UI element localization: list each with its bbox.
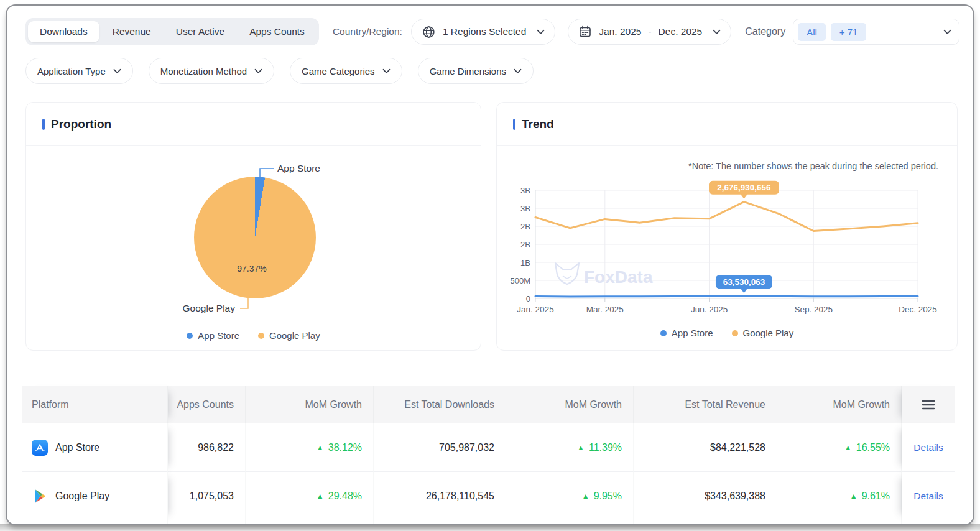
- details-link[interactable]: Details: [913, 491, 943, 502]
- header-cell-platform: Platform: [22, 386, 168, 423]
- chevron-down-icon: [537, 29, 545, 35]
- country-region-label: Country/Region:: [333, 26, 402, 37]
- legend-dot: [187, 333, 193, 339]
- cell: [22, 520, 168, 525]
- platform-name: App Store: [55, 442, 99, 453]
- legend-item-app-store[interactable]: App Store: [187, 330, 239, 341]
- peak-badge-app-store: 63,530,063: [716, 275, 772, 293]
- filter-label: Monetization Method: [160, 66, 247, 76]
- cell: ▲9.95%: [506, 472, 634, 520]
- cell: ▲11.39%: [506, 423, 634, 472]
- filter-monetization-method[interactable]: Monetization Method: [149, 58, 274, 84]
- est-total-downloads-value: 705,987,032: [439, 442, 494, 453]
- table-header: PlatformApps CountsMoM GrowthEst Total D…: [22, 386, 955, 423]
- pie-label-app-store: App Store: [277, 163, 320, 174]
- tab-revenue[interactable]: Revenue: [101, 21, 163, 42]
- dashboard-panel: DownloadsRevenueUser ActiveApps Counts C…: [6, 4, 974, 525]
- filter-game-dimensions[interactable]: Game Dimensions: [418, 58, 534, 84]
- growth-value: 29.48%: [328, 491, 362, 502]
- cell: [246, 520, 374, 525]
- platform-name: Google Play: [55, 491, 109, 502]
- chevron-down-icon: [382, 68, 391, 74]
- cell: [374, 520, 506, 525]
- growth-value: 16.55%: [856, 442, 890, 453]
- svg-text:63,530,063: 63,530,063: [723, 277, 765, 287]
- legend-label: Google Play: [743, 328, 794, 338]
- filter-bar: Application TypeMonetization MethodGame …: [25, 58, 534, 84]
- date-separator: -: [648, 26, 651, 37]
- filter-label: Game Categories: [302, 66, 375, 76]
- legend-item-app-store[interactable]: App Store: [660, 328, 713, 338]
- cell: 1,075,053: [168, 472, 246, 520]
- cell: [902, 520, 955, 525]
- pie-legend: App Store Google Play: [26, 330, 481, 341]
- pie[interactable]: [194, 177, 316, 298]
- x-tick-label: Jan. 2025: [517, 305, 553, 314]
- up-arrow-icon: ▲: [844, 443, 852, 452]
- y-tick-label: 2B: [520, 240, 530, 249]
- region-select[interactable]: 1 Regions Selected: [411, 19, 555, 45]
- trend-legend: App Store Google Play: [497, 328, 957, 338]
- growth-value: 11.39%: [589, 442, 622, 453]
- chevron-down-icon: [113, 68, 121, 74]
- foxdata-watermark: FoxData: [555, 263, 653, 287]
- legend-item-google-play[interactable]: Google Play: [732, 328, 794, 338]
- filter-game-categories[interactable]: Game Categories: [290, 58, 402, 84]
- cell: Details: [902, 423, 955, 472]
- cell: $343,639,388: [634, 472, 777, 520]
- google-play-icon: [32, 488, 48, 504]
- table-row-app-store: App Store986,822▲38.12%705,987,032▲11.39…: [22, 423, 955, 472]
- trend-line-app-store[interactable]: [535, 296, 918, 297]
- tab-downloads[interactable]: Downloads: [28, 21, 99, 42]
- svg-text:FoxData: FoxData: [584, 267, 653, 287]
- trend-chart[interactable]: 3B3B2B2B1B500M0Jan. 2025Mar. 2025Jun. 20…: [503, 175, 945, 319]
- y-tick-label: 0: [526, 294, 530, 303]
- x-tick-label: Jun. 2025: [691, 305, 728, 314]
- toolbar: DownloadsRevenueUser ActiveApps Counts C…: [25, 18, 961, 45]
- date-end: Dec. 2025: [659, 26, 703, 37]
- tab-user-active[interactable]: User Active: [164, 21, 236, 42]
- filter-label: Application Type: [37, 66, 106, 76]
- category-chip-71: + 71: [831, 23, 867, 41]
- table-settings-button[interactable]: [922, 400, 935, 410]
- cell: [506, 520, 634, 525]
- apps-counts-value: 1,075,053: [190, 491, 234, 502]
- chevron-down-icon: [943, 29, 951, 35]
- apps-counts-value: 986,822: [198, 442, 234, 453]
- trend-chart-area: *Note: The number shows the peak during …: [497, 146, 957, 350]
- tab-apps-counts[interactable]: Apps Counts: [238, 21, 317, 42]
- proportion-card: Proportion App Store Google Play 97.37% …: [25, 102, 481, 351]
- growth-value: 9.95%: [594, 491, 622, 502]
- y-tick-label: 2B: [520, 222, 530, 231]
- chevron-down-icon: [254, 68, 262, 74]
- cell: App Store: [22, 423, 168, 472]
- legend-label: App Store: [672, 328, 713, 338]
- cell: ▲16.55%: [777, 423, 902, 472]
- header-cell-mom-growth: MoM Growth: [777, 386, 902, 423]
- y-tick-label: 500M: [510, 276, 530, 285]
- growth-value: 9.61%: [862, 491, 890, 502]
- filter-application-type[interactable]: Application Type: [25, 58, 133, 84]
- x-tick-label: Sep. 2025: [794, 305, 833, 314]
- region-select-value: 1 Regions Selected: [443, 26, 526, 37]
- date-range-select[interactable]: Jan. 2025 - Dec. 2025: [568, 19, 731, 45]
- cards-row: Proportion App Store Google Play 97.37% …: [25, 102, 958, 351]
- trend-card: Trend *Note: The number shows the peak d…: [496, 102, 958, 351]
- y-tick-label: 3B: [520, 204, 530, 213]
- peak-badge-google-play: 2,676,930,656: [709, 181, 779, 199]
- category-select[interactable]: All+ 71: [793, 19, 959, 45]
- cell: Google Play: [22, 472, 168, 520]
- details-link[interactable]: Details: [913, 442, 943, 453]
- up-arrow-icon: ▲: [577, 443, 585, 452]
- legend-label: App Store: [198, 330, 239, 341]
- legend-item-google-play[interactable]: Google Play: [258, 330, 320, 341]
- proportion-card-header: Proportion: [26, 103, 481, 146]
- cell: 986,822: [168, 423, 246, 472]
- cell: $84,221,528: [634, 423, 777, 472]
- header-cell-settings: [902, 386, 955, 423]
- y-tick-label: 1B: [520, 258, 530, 267]
- cell: [634, 520, 777, 525]
- legend-label: Google Play: [269, 330, 320, 341]
- cell: [777, 520, 902, 525]
- header-cell-est-total-revenue: Est Total Revenue: [634, 386, 777, 423]
